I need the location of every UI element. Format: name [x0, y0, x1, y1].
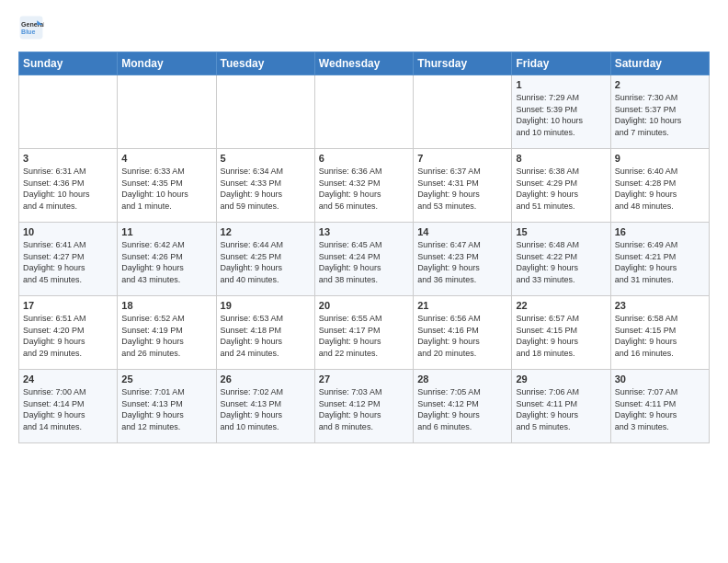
logo: General Blue	[18, 15, 48, 40]
day-number: 16	[615, 226, 705, 237]
day-info: Sunrise: 7:05 AM Sunset: 4:12 PM Dayligh…	[417, 386, 507, 432]
day-number: 10	[23, 226, 113, 237]
col-header-sunday: Sunday	[19, 52, 118, 75]
day-info: Sunrise: 6:49 AM Sunset: 4:21 PM Dayligh…	[615, 239, 705, 285]
day-number: 29	[516, 373, 606, 385]
day-cell: 11Sunrise: 6:42 AM Sunset: 4:26 PM Dayli…	[118, 223, 216, 296]
day-number: 5	[221, 153, 311, 164]
day-cell: 17Sunrise: 6:51 AM Sunset: 4:20 PM Dayli…	[19, 296, 118, 370]
day-number: 19	[221, 300, 311, 311]
day-number: 18	[121, 300, 211, 311]
day-cell	[118, 75, 216, 149]
day-number: 22	[516, 300, 606, 311]
day-cell: 30Sunrise: 7:07 AM Sunset: 4:11 PM Dayli…	[610, 370, 709, 443]
day-cell: 5Sunrise: 6:34 AM Sunset: 4:33 PM Daylig…	[216, 149, 314, 223]
day-info: Sunrise: 6:55 AM Sunset: 4:17 PM Dayligh…	[319, 313, 409, 359]
day-info: Sunrise: 6:34 AM Sunset: 4:33 PM Dayligh…	[221, 166, 311, 212]
day-cell: 14Sunrise: 6:47 AM Sunset: 4:23 PM Dayli…	[414, 223, 512, 296]
day-cell: 7Sunrise: 6:37 AM Sunset: 4:31 PM Daylig…	[414, 149, 512, 223]
col-header-tuesday: Tuesday	[216, 52, 314, 75]
header-row: SundayMondayTuesdayWednesdayThursdayFrid…	[19, 52, 710, 75]
day-cell: 10Sunrise: 6:41 AM Sunset: 4:27 PM Dayli…	[19, 223, 118, 296]
logo-icon: General Blue	[18, 15, 44, 40]
col-header-saturday: Saturday	[610, 52, 709, 75]
col-header-friday: Friday	[512, 52, 610, 75]
day-number: 15	[516, 226, 606, 237]
day-number: 28	[417, 373, 507, 385]
day-cell: 3Sunrise: 6:31 AM Sunset: 4:36 PM Daylig…	[19, 149, 118, 223]
day-cell: 9Sunrise: 6:40 AM Sunset: 4:28 PM Daylig…	[610, 149, 709, 223]
day-number: 21	[417, 300, 507, 311]
day-cell: 6Sunrise: 6:36 AM Sunset: 4:32 PM Daylig…	[314, 149, 413, 223]
day-info: Sunrise: 6:44 AM Sunset: 4:25 PM Dayligh…	[221, 239, 311, 285]
day-number: 12	[221, 226, 311, 237]
day-number: 25	[121, 373, 211, 385]
day-number: 11	[121, 226, 211, 237]
day-info: Sunrise: 7:29 AM Sunset: 5:39 PM Dayligh…	[516, 92, 606, 138]
day-number: 3	[23, 153, 113, 164]
day-info: Sunrise: 6:58 AM Sunset: 4:15 PM Dayligh…	[615, 313, 705, 359]
day-cell	[216, 75, 314, 149]
day-cell: 18Sunrise: 6:52 AM Sunset: 4:19 PM Dayli…	[118, 296, 216, 370]
day-cell: 24Sunrise: 7:00 AM Sunset: 4:14 PM Dayli…	[19, 370, 118, 443]
col-header-monday: Monday	[118, 52, 216, 75]
day-number: 14	[417, 226, 507, 237]
day-cell: 26Sunrise: 7:02 AM Sunset: 4:13 PM Dayli…	[216, 370, 314, 443]
day-number: 20	[319, 300, 409, 311]
day-info: Sunrise: 7:07 AM Sunset: 4:11 PM Dayligh…	[615, 386, 705, 432]
day-cell	[314, 75, 413, 149]
day-cell	[19, 75, 118, 149]
day-cell: 1Sunrise: 7:29 AM Sunset: 5:39 PM Daylig…	[512, 75, 610, 149]
header: General Blue	[18, 15, 710, 40]
day-cell: 16Sunrise: 6:49 AM Sunset: 4:21 PM Dayli…	[610, 223, 709, 296]
day-number: 1	[516, 79, 606, 90]
day-cell: 21Sunrise: 6:56 AM Sunset: 4:16 PM Dayli…	[414, 296, 512, 370]
col-header-wednesday: Wednesday	[314, 52, 413, 75]
day-cell: 2Sunrise: 7:30 AM Sunset: 5:37 PM Daylig…	[610, 75, 709, 149]
day-info: Sunrise: 6:48 AM Sunset: 4:22 PM Dayligh…	[516, 239, 606, 285]
day-info: Sunrise: 7:02 AM Sunset: 4:13 PM Dayligh…	[221, 386, 311, 432]
day-info: Sunrise: 7:30 AM Sunset: 5:37 PM Dayligh…	[615, 92, 705, 138]
day-info: Sunrise: 6:52 AM Sunset: 4:19 PM Dayligh…	[121, 313, 211, 359]
day-info: Sunrise: 7:03 AM Sunset: 4:12 PM Dayligh…	[319, 386, 409, 432]
day-info: Sunrise: 7:06 AM Sunset: 4:11 PM Dayligh…	[516, 386, 606, 432]
day-info: Sunrise: 6:41 AM Sunset: 4:27 PM Dayligh…	[23, 239, 113, 285]
day-info: Sunrise: 6:38 AM Sunset: 4:29 PM Dayligh…	[516, 166, 606, 212]
day-info: Sunrise: 7:01 AM Sunset: 4:13 PM Dayligh…	[121, 386, 211, 432]
day-number: 26	[221, 373, 311, 385]
week-row-4: 17Sunrise: 6:51 AM Sunset: 4:20 PM Dayli…	[19, 296, 710, 370]
day-cell: 22Sunrise: 6:57 AM Sunset: 4:15 PM Dayli…	[512, 296, 610, 370]
day-number: 6	[319, 153, 409, 164]
day-cell: 15Sunrise: 6:48 AM Sunset: 4:22 PM Dayli…	[512, 223, 610, 296]
week-row-1: 1Sunrise: 7:29 AM Sunset: 5:39 PM Daylig…	[19, 75, 710, 149]
day-info: Sunrise: 6:47 AM Sunset: 4:23 PM Dayligh…	[417, 239, 507, 285]
day-cell: 20Sunrise: 6:55 AM Sunset: 4:17 PM Dayli…	[314, 296, 413, 370]
week-row-3: 10Sunrise: 6:41 AM Sunset: 4:27 PM Dayli…	[19, 223, 710, 296]
day-number: 8	[516, 153, 606, 164]
day-cell: 8Sunrise: 6:38 AM Sunset: 4:29 PM Daylig…	[512, 149, 610, 223]
day-number: 30	[615, 373, 705, 385]
day-cell: 12Sunrise: 6:44 AM Sunset: 4:25 PM Dayli…	[216, 223, 314, 296]
day-number: 4	[121, 153, 211, 164]
day-info: Sunrise: 7:00 AM Sunset: 4:14 PM Dayligh…	[23, 386, 113, 432]
day-info: Sunrise: 6:33 AM Sunset: 4:35 PM Dayligh…	[121, 166, 211, 212]
day-cell: 29Sunrise: 7:06 AM Sunset: 4:11 PM Dayli…	[512, 370, 610, 443]
day-info: Sunrise: 6:56 AM Sunset: 4:16 PM Dayligh…	[417, 313, 507, 359]
day-info: Sunrise: 6:40 AM Sunset: 4:28 PM Dayligh…	[615, 166, 705, 212]
day-info: Sunrise: 6:53 AM Sunset: 4:18 PM Dayligh…	[221, 313, 311, 359]
day-info: Sunrise: 6:51 AM Sunset: 4:20 PM Dayligh…	[23, 313, 113, 359]
day-info: Sunrise: 6:36 AM Sunset: 4:32 PM Dayligh…	[319, 166, 409, 212]
day-number: 7	[417, 153, 507, 164]
day-cell: 19Sunrise: 6:53 AM Sunset: 4:18 PM Dayli…	[216, 296, 314, 370]
day-number: 9	[615, 153, 705, 164]
day-info: Sunrise: 6:37 AM Sunset: 4:31 PM Dayligh…	[417, 166, 507, 212]
calendar-table: SundayMondayTuesdayWednesdayThursdayFrid…	[18, 52, 710, 443]
day-cell: 28Sunrise: 7:05 AM Sunset: 4:12 PM Dayli…	[414, 370, 512, 443]
day-cell: 13Sunrise: 6:45 AM Sunset: 4:24 PM Dayli…	[314, 223, 413, 296]
day-number: 17	[23, 300, 113, 311]
day-number: 2	[615, 79, 705, 90]
day-cell	[414, 75, 512, 149]
day-info: Sunrise: 6:31 AM Sunset: 4:36 PM Dayligh…	[23, 166, 113, 212]
day-cell: 25Sunrise: 7:01 AM Sunset: 4:13 PM Dayli…	[118, 370, 216, 443]
day-number: 13	[319, 226, 409, 237]
